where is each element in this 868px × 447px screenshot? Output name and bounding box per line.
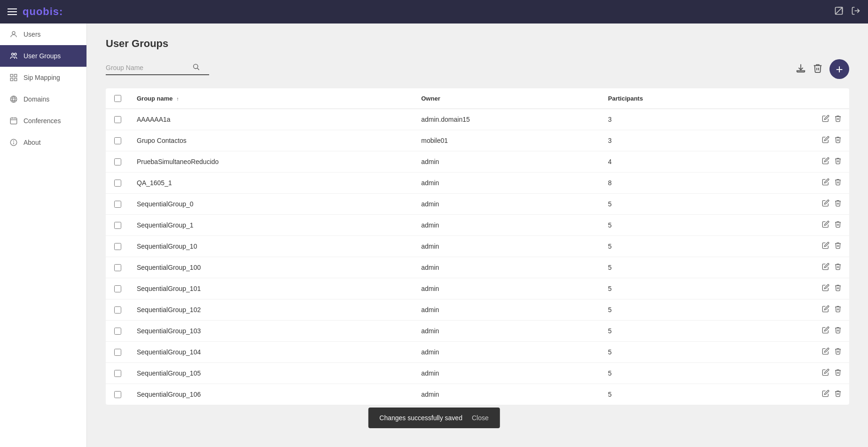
svg-line-1 (836, 7, 843, 14)
row-edit-icon[interactable] (822, 157, 829, 166)
row-edit-icon[interactable] (822, 178, 829, 188)
row-group-name: SequentialGroup_100 (129, 257, 414, 278)
row-group-name: SequentialGroup_0 (129, 194, 414, 215)
search-icon[interactable] (192, 63, 200, 72)
row-participants: 5 (601, 215, 747, 236)
row-edit-icon[interactable] (822, 242, 829, 251)
sidebar-item-users[interactable]: Users (0, 24, 86, 45)
toolbar: + (106, 59, 849, 79)
col-group-name[interactable]: Group name ↑ (129, 88, 414, 109)
table-row: SequentialGroup_101 admin 5 (106, 278, 849, 299)
row-actions-cell (747, 194, 849, 215)
svg-rect-9 (15, 78, 17, 81)
sidebar-item-sip-mapping[interactable]: Sip Mapping (0, 67, 86, 88)
row-edit-icon[interactable] (822, 263, 829, 272)
search-input[interactable] (106, 64, 190, 71)
row-checkbox[interactable] (114, 201, 121, 208)
row-delete-icon[interactable] (834, 220, 842, 230)
row-group-name: SequentialGroup_104 (129, 342, 414, 363)
topbar: quobis: (0, 0, 868, 24)
row-delete-icon[interactable] (834, 115, 842, 124)
sidebar-label-sip-mapping: Sip Mapping (23, 74, 60, 81)
delete-icon[interactable] (813, 63, 823, 76)
sidebar-label-domains: Domains (23, 95, 49, 103)
row-actions-cell (747, 321, 849, 342)
row-delete-icon[interactable] (834, 305, 842, 314)
row-checkbox[interactable] (114, 243, 121, 250)
row-group-name: SequentialGroup_102 (129, 299, 414, 321)
row-delete-icon[interactable] (834, 390, 842, 399)
app-logo: quobis: (23, 6, 63, 18)
toast-close-button[interactable]: Close (472, 414, 489, 422)
row-owner: admin (414, 384, 601, 405)
table-row: PruebaSimultaneoReducido admin 4 (106, 151, 849, 173)
row-delete-icon[interactable] (834, 284, 842, 293)
row-actions-cell (747, 299, 849, 321)
row-edit-icon[interactable] (822, 369, 829, 378)
row-checkbox[interactable] (114, 180, 121, 187)
people-icon (9, 52, 18, 60)
row-checkbox[interactable] (114, 264, 121, 271)
row-delete-icon[interactable] (834, 326, 842, 336)
table-row: SequentialGroup_1 admin 5 (106, 215, 849, 236)
row-group-name: PruebaSimultaneoReducido (129, 151, 414, 173)
col-owner: Owner (414, 88, 601, 109)
add-button[interactable]: + (829, 59, 849, 79)
svg-point-20 (194, 64, 198, 69)
hamburger-icon[interactable] (8, 8, 17, 15)
row-edit-icon[interactable] (822, 390, 829, 399)
row-edit-icon[interactable] (822, 136, 829, 145)
external-link-icon[interactable] (834, 6, 844, 18)
logout-icon[interactable] (851, 6, 860, 18)
sidebar-item-about[interactable]: About (0, 132, 86, 153)
row-checkbox[interactable] (114, 285, 121, 292)
row-delete-icon[interactable] (834, 178, 842, 188)
row-checkbox[interactable] (114, 306, 121, 314)
row-delete-icon[interactable] (834, 136, 842, 145)
row-delete-icon[interactable] (834, 199, 842, 209)
row-checkbox[interactable] (114, 391, 121, 398)
row-edit-icon[interactable] (822, 305, 829, 314)
row-checkbox[interactable] (114, 370, 121, 377)
row-actions-cell (747, 173, 849, 194)
row-checkbox[interactable] (114, 349, 121, 356)
row-checkbox[interactable] (114, 116, 121, 123)
select-all-checkbox[interactable] (114, 95, 121, 102)
table-row: SequentialGroup_10 admin 5 (106, 236, 849, 257)
row-participants: 5 (601, 363, 747, 384)
svg-line-21 (197, 68, 199, 70)
row-owner: admin (414, 278, 601, 299)
sidebar-item-conferences[interactable]: Conferences (0, 110, 86, 132)
sort-icon: ↑ (176, 96, 179, 102)
row-checkbox[interactable] (114, 137, 121, 144)
sidebar-item-user-groups[interactable]: User Groups (0, 45, 86, 67)
row-edit-icon[interactable] (822, 347, 829, 357)
row-checkbox[interactable] (114, 222, 121, 229)
row-edit-icon[interactable] (822, 284, 829, 293)
row-checkbox[interactable] (114, 328, 121, 335)
row-edit-icon[interactable] (822, 220, 829, 230)
row-checkbox-cell (106, 321, 129, 342)
row-group-name: SequentialGroup_103 (129, 321, 414, 342)
row-edit-icon[interactable] (822, 115, 829, 124)
row-delete-icon[interactable] (834, 369, 842, 378)
row-delete-icon[interactable] (834, 242, 842, 251)
row-group-name: SequentialGroup_101 (129, 278, 414, 299)
table-header-row: Group name ↑ Owner Participants (106, 88, 849, 109)
toast-message: Changes successfully saved (379, 414, 462, 422)
row-participants: 5 (601, 194, 747, 215)
row-delete-icon[interactable] (834, 157, 842, 166)
row-delete-icon[interactable] (834, 263, 842, 272)
row-edit-icon[interactable] (822, 326, 829, 336)
row-delete-icon[interactable] (834, 347, 842, 357)
calendar-icon (9, 117, 18, 125)
row-edit-icon[interactable] (822, 199, 829, 209)
row-checkbox-cell (106, 130, 129, 151)
download-icon[interactable] (796, 63, 806, 76)
sidebar-label-conferences: Conferences (23, 117, 61, 125)
sidebar-item-domains[interactable]: Domains (0, 88, 86, 110)
globe-icon (9, 95, 18, 103)
row-owner: admin (414, 151, 601, 173)
row-participants: 5 (601, 299, 747, 321)
row-checkbox[interactable] (114, 158, 121, 165)
